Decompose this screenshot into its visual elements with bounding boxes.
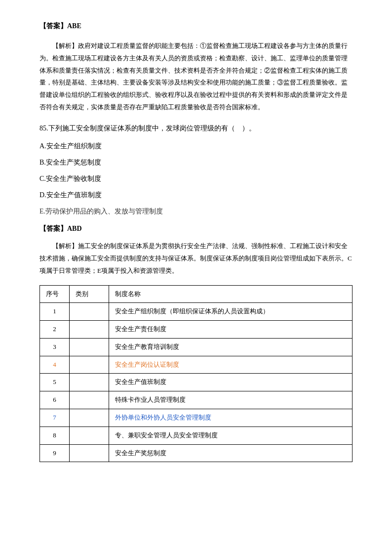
cell-type [70, 427, 109, 444]
answer-tag-2: 【答案】ABD [39, 225, 82, 232]
page: 【答案】ABE 【解析】政府对建设工程质量监督的职能主要包括：①监督检查施工现场… [0, 0, 392, 555]
cell-type [70, 321, 109, 339]
cell-num: 8 [40, 427, 70, 444]
col-header-num: 序号 [40, 285, 70, 303]
cell-num: 7 [40, 409, 70, 427]
option-D: D.安全生产值班制度 [39, 189, 353, 201]
option-E: E.劳动保护用品的购入、发放与管理制度 [39, 205, 353, 217]
cell-type [70, 338, 109, 356]
cell-name: 特殊卡作业人员管理制度 [109, 391, 353, 409]
option-D-text: D.安全生产值班制度 [39, 191, 102, 199]
option-C: C.安全生产验收制度 [39, 172, 353, 185]
table-row: 9安全生产奖惩制度 [40, 444, 353, 462]
explanation-2: 【解析】施工安全的制度保证体系是为贯彻执行安全生产法律、法规、强制性标准、工程施… [39, 240, 353, 277]
table-row: 6特殊卡作业人员管理制度 [40, 391, 353, 409]
cell-name: 安全生产岗位认证制度 [109, 356, 353, 374]
cell-type [70, 444, 109, 462]
option-A-text: A.安全生产组织制度 [39, 142, 102, 150]
table-row: 2安全生产责任制度 [40, 321, 353, 339]
cell-num: 2 [40, 321, 70, 339]
table-row: 3安全生产教育培训制度 [40, 338, 353, 356]
table-row: 5安全生产值班制度 [40, 374, 353, 391]
table-row: 8专、兼职安全管理人员安全管理制度 [40, 427, 353, 444]
cell-name: 专、兼职安全管理人员安全管理制度 [109, 427, 353, 444]
option-B: B.安全生产奖惩制度 [39, 156, 353, 169]
table-row: 7外协单位和外协人员安全管理制度 [40, 409, 353, 427]
cell-num: 9 [40, 444, 70, 462]
table-row: 4安全生产岗位认证制度 [40, 356, 353, 374]
question-text-2: 85.下列施工安全制度保证体系的制度中，发球岗位管理级的有（ ）。 [39, 125, 256, 132]
question-2: 85.下列施工安全制度保证体系的制度中，发球岗位管理级的有（ ）。 [39, 122, 353, 134]
option-A: A.安全生产组织制度 [39, 140, 353, 152]
cell-type [70, 303, 109, 321]
explanation-1: 【解析】政府对建设工程质量监督的职能主要包括：①监督检查施工现场工程建设各参与方… [39, 40, 353, 113]
cell-num: 4 [40, 356, 70, 374]
cell-num: 1 [40, 303, 70, 321]
answer-tag-1: 【答案】ABE [39, 22, 81, 30]
cell-name: 安全生产责任制度 [109, 321, 353, 339]
cell-num: 6 [40, 391, 70, 409]
option-B-text: B.安全生产奖惩制度 [39, 159, 101, 166]
answer-section-1: 【答案】ABE [39, 20, 353, 32]
table-header-row: 序号 类别 制度名称 [40, 285, 353, 303]
cell-type [70, 391, 109, 409]
table-row: 1安全生产组织制度（即组织保证体系的人员设置构成） [40, 303, 353, 321]
cell-num: 5 [40, 374, 70, 391]
col-header-type: 类别 [70, 285, 109, 303]
explanation-text-1: 【解析】政府对建设工程质量监督的职能主要包括：①监督检查施工现场工程建设各参与方… [39, 42, 348, 110]
cell-type [70, 374, 109, 391]
cell-type [70, 409, 109, 427]
cell-name: 安全生产奖惩制度 [109, 444, 353, 462]
cell-name: 安全生产组织制度（即组织保证体系的人员设置构成） [109, 303, 353, 321]
data-table: 序号 类别 制度名称 1安全生产组织制度（即组织保证体系的人员设置构成）2安全生… [39, 285, 353, 463]
col-header-name: 制度名称 [109, 285, 353, 303]
cell-type [70, 356, 109, 374]
option-C-text: C.安全生产验收制度 [39, 175, 101, 182]
cell-num: 3 [40, 338, 70, 356]
cell-name: 安全生产值班制度 [109, 374, 353, 391]
answer-section-2: 【答案】ABD [39, 224, 353, 233]
cell-name: 外协单位和外协人员安全管理制度 [109, 409, 353, 427]
option-E-text: E.劳动保护用品的购入、发放与管理制度 [39, 208, 163, 215]
cell-name: 安全生产教育培训制度 [109, 338, 353, 356]
table-container: 序号 类别 制度名称 1安全生产组织制度（即组织保证体系的人员设置构成）2安全生… [39, 285, 353, 463]
explanation-text-2: 【解析】施工安全的制度保证体系是为贯彻执行安全生产法律、法规、强制性标准、工程施… [39, 242, 352, 274]
